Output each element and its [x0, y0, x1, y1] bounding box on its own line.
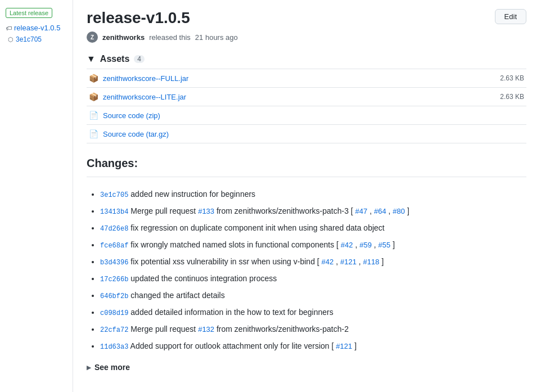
release-header: release-v1.0.5 Edit: [87, 9, 526, 27]
list-item: 3e1c705 added new instruction for beginn…: [100, 186, 526, 202]
source-tar-link[interactable]: Source code (tar.gz): [103, 130, 169, 138]
author-link[interactable]: zenithworks: [102, 33, 145, 42]
main-content: release-v1.0.5 Edit Z zenithworks releas…: [73, 0, 540, 392]
issue-42a-link[interactable]: #42: [341, 241, 353, 249]
release-title: release-v1.0.5: [87, 9, 190, 27]
change-text: fix wrongly matched named slots in funct…: [130, 240, 341, 249]
sidebar-commit-hash: 3e1c705: [16, 35, 42, 43]
commit-hash-b3d4396[interactable]: b3d4396: [100, 259, 128, 267]
pr-132-link[interactable]: #132: [198, 325, 214, 334]
change-text: fix potential xss vulnerability in ssr w…: [130, 257, 321, 266]
avatar: Z: [87, 31, 98, 43]
commit-hash-646bf2b[interactable]: 646bf2b: [100, 292, 128, 300]
assets-list: 📦 zenithworkscore--FULL.jar 2.63 KB 📦 ze…: [87, 69, 526, 143]
assets-title: Assets: [100, 54, 129, 64]
list-item: fce68af fix wrongly matched named slots …: [100, 237, 526, 253]
released-text: released this: [149, 33, 191, 42]
change-text: from zenithworks/zenithworks-patch-3 [: [217, 206, 355, 215]
list-item: 11d63a3 Added support for outlook attach…: [100, 338, 526, 354]
list-item: 17c266b updated the continuos integratio…: [100, 271, 526, 286]
change-text: changed the artifact details: [130, 291, 224, 300]
list-item: c098d19 added detailed information in th…: [100, 304, 526, 320]
commit-hash-22cfa72[interactable]: 22cfa72: [100, 326, 128, 334]
assets-count: 4: [134, 55, 145, 63]
changes-divider: [87, 177, 526, 177]
zip-icon: 📄: [89, 111, 98, 120]
asset-full-jar-size: 2.63 KB: [500, 74, 524, 82]
source-zip-link[interactable]: Source code (zip): [103, 111, 160, 120]
pr-133-link[interactable]: #133: [198, 207, 214, 215]
assets-section: ▼ Assets 4 📦 zenithworkscore--FULL.jar 2…: [87, 54, 526, 143]
issue-121a-link[interactable]: #121: [340, 258, 357, 266]
list-item: 47d26e8 fix regression on duplicate comp…: [100, 220, 526, 236]
assets-chevron-icon: ▼: [87, 54, 96, 64]
commit-hash-3e1c705[interactable]: 3e1c705: [100, 191, 128, 199]
issue-80-link[interactable]: #80: [393, 207, 405, 215]
asset-item-full-jar: 📦 zenithworkscore--FULL.jar 2.63 KB: [87, 69, 526, 88]
time-ago: 21 hours ago: [195, 33, 238, 42]
edit-button[interactable]: Edit: [495, 9, 526, 24]
sidebar-release-link[interactable]: 🏷 release-v1.0.5: [6, 24, 67, 32]
asset-item-lite-jar: 📦 zenithworkscore--LITE.jar 2.63 KB: [87, 88, 526, 106]
issue-47-link[interactable]: #47: [355, 207, 368, 215]
change-text: added new instruction for beginners: [130, 190, 255, 199]
sidebar-release-label: release-v1.0.5: [14, 24, 60, 32]
commit-icon: ⬡: [8, 36, 13, 43]
latest-release-badge[interactable]: Latest release: [6, 8, 52, 18]
source-item-zip: 📄 Source code (zip): [87, 106, 526, 125]
asset-full-jar-link[interactable]: zenithworkscore--FULL.jar: [103, 74, 188, 83]
commit-hash-c098d19[interactable]: c098d19: [100, 309, 128, 317]
list-item: 22cfa72 Merge pull request #132 from zen…: [100, 321, 526, 337]
see-more-button[interactable]: ▶ See more: [87, 361, 526, 374]
commit-hash-fce68af[interactable]: fce68af: [100, 242, 128, 250]
assets-header[interactable]: ▼ Assets 4: [87, 54, 526, 64]
change-text: Merge pull request: [130, 325, 198, 334]
sidebar-commit-link[interactable]: ⬡ 3e1c705: [8, 35, 67, 43]
chevron-right-icon: ▶: [87, 364, 91, 371]
changes-title: Changes:: [87, 157, 526, 170]
commit-hash-47d26e8[interactable]: 47d26e8: [100, 225, 128, 233]
jar-icon: 📦: [89, 74, 98, 83]
issue-59-link[interactable]: #59: [359, 241, 372, 249]
change-text: from zenithworks/zenithworks-patch-2: [217, 325, 349, 334]
list-item: b3d4396 fix potential xss vulnerability …: [100, 254, 526, 269]
changes-list: 3e1c705 added new instruction for beginn…: [87, 186, 526, 354]
release-meta: Z zenithworks released this 21 hours ago: [87, 31, 526, 43]
changes-section: Changes: 3e1c705 added new instruction f…: [87, 157, 526, 374]
change-text: fix regression on duplicate component in…: [130, 223, 384, 232]
issue-42b-link[interactable]: #42: [322, 258, 334, 266]
change-text: Merge pull request: [130, 206, 198, 215]
list-item: 13413b4 Merge pull request #133 from zen…: [100, 203, 526, 219]
asset-lite-jar-link[interactable]: zenithworkscore--LITE.jar: [103, 93, 186, 101]
issue-121b-link[interactable]: #121: [336, 342, 352, 350]
tar-icon: 📄: [89, 129, 98, 138]
issue-118-link[interactable]: #118: [363, 258, 380, 266]
tag-icon: 🏷: [6, 25, 12, 31]
list-item: 646bf2b changed the artifact details: [100, 287, 526, 303]
change-text: Added support for outlook attachment onl…: [130, 341, 336, 350]
issue-55-link[interactable]: #55: [378, 241, 391, 249]
commit-hash-17c266b[interactable]: 17c266b: [100, 276, 128, 283]
change-text: added detailed information in the how to…: [130, 308, 333, 317]
sidebar: Latest release 🏷 release-v1.0.5 ⬡ 3e1c70…: [0, 0, 73, 392]
jar-icon-lite: 📦: [89, 92, 98, 101]
see-more-label: See more: [94, 363, 130, 372]
commit-hash-11d63a3[interactable]: 11d63a3: [100, 343, 128, 351]
issue-64-link[interactable]: #64: [374, 207, 386, 215]
source-item-tar: 📄 Source code (tar.gz): [87, 125, 526, 143]
change-text: updated the continuos integration proces…: [130, 274, 277, 283]
asset-lite-jar-size: 2.63 KB: [500, 93, 524, 101]
commit-hash-13413b4[interactable]: 13413b4: [100, 208, 128, 216]
